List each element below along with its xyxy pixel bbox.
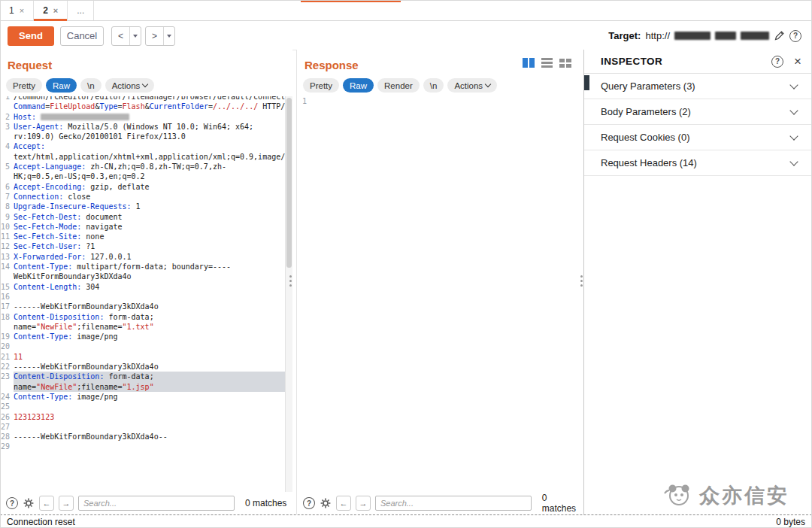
- code-line[interactable]: 18Content-Disposition: form-data; name="…: [0, 312, 285, 332]
- request-tab-n[interactable]: \n: [80, 78, 102, 93]
- line-content: Content-Type: multipart/form-data; bound…: [14, 262, 285, 282]
- line-number: 11: [0, 232, 14, 241]
- search-help-icon[interactable]: ?: [6, 497, 18, 509]
- search-input[interactable]: [375, 496, 532, 511]
- response-editor[interactable]: 1: [297, 96, 583, 492]
- code-line[interactable]: 3User-Agent: Mozilla/5.0 (Windows NT 10.…: [0, 122, 285, 142]
- code-line[interactable]: 26123123123: [0, 412, 285, 422]
- cancel-button[interactable]: Cancel: [60, 26, 104, 46]
- code-line[interactable]: 12Sec-Fetch-User: ?1: [0, 241, 285, 251]
- code-line[interactable]: 11Sec-Fetch-Site: none: [0, 232, 285, 241]
- code-line[interactable]: 13X-Forwarded-For: 127.0.0.1: [0, 252, 285, 262]
- code-line[interactable]: 9Sec-Fetch-Dest: document: [0, 212, 285, 222]
- line-content: Upgrade-Insecure-Requests: 1: [14, 202, 285, 211]
- forward-button[interactable]: >: [145, 26, 175, 46]
- code-line[interactable]: 22------WebKitFormBoundary3kDXda4o: [0, 362, 285, 372]
- code-line[interactable]: 24Content-Type: image/png: [0, 392, 285, 402]
- search-settings-icon[interactable]: [320, 497, 332, 509]
- search-input[interactable]: [78, 496, 235, 511]
- code-line[interactable]: 14Content-Type: multipart/form-data; bou…: [0, 262, 285, 282]
- code-line[interactable]: 8Upgrade-Insecure-Requests: 1: [0, 202, 285, 211]
- search-prev-button[interactable]: ←: [39, 496, 54, 511]
- code-line[interactable]: 16: [0, 292, 285, 302]
- back-arrow: <: [112, 27, 129, 45]
- panel-splitter[interactable]: [580, 275, 583, 287]
- inspector-section-request-cookies-0[interactable]: Request Cookies (0): [584, 125, 812, 150]
- line-content: X-Forwarded-For: 127.0.0.1: [14, 252, 285, 262]
- columns-layout-icon[interactable]: [523, 58, 535, 68]
- request-tab-label: Actions: [112, 81, 141, 90]
- help-icon[interactable]: ?: [789, 30, 801, 42]
- rows-layout-icon[interactable]: [541, 58, 553, 68]
- response-tab-label: Actions: [454, 81, 483, 90]
- response-tab-n[interactable]: \n: [423, 78, 444, 93]
- line-content: Sec-Fetch-Mode: navigate: [14, 222, 285, 232]
- forward-history-dropdown[interactable]: [163, 27, 174, 45]
- code-line[interactable]: 6Accept-Encoding: gzip, deflate: [0, 182, 285, 192]
- search-prev-button[interactable]: ←: [336, 496, 351, 511]
- search-next-button[interactable]: →: [59, 496, 74, 511]
- code-line[interactable]: 29: [0, 442, 285, 451]
- inspector-help-icon[interactable]: ?: [771, 56, 783, 68]
- request-editor[interactable]: 1/common/FCKeditor/editor/filemanager/br…: [0, 96, 285, 492]
- code-line[interactable]: 2Host:: [0, 112, 285, 122]
- code-line[interactable]: 15Content-Length: 304: [0, 282, 285, 292]
- code-line[interactable]: 28------WebKitFormBoundary3kDXda4o--: [0, 432, 285, 442]
- line-content: Accept-Encoding: gzip, deflate: [14, 182, 285, 192]
- close-icon[interactable]: ×: [20, 6, 24, 15]
- target-label: Target:: [608, 30, 641, 41]
- inspector-section-query-parameters-3[interactable]: Query Parameters (3): [584, 74, 812, 99]
- request-tab-raw[interactable]: Raw: [46, 78, 77, 93]
- code-line[interactable]: 25: [0, 402, 285, 411]
- back-history-dropdown[interactable]: [129, 27, 141, 45]
- close-icon[interactable]: ×: [53, 6, 58, 15]
- line-number: 20: [0, 341, 14, 351]
- line-number: 7: [0, 192, 14, 202]
- line-content: Host:: [14, 112, 285, 122]
- code-line[interactable]: 19Content-Type: image/png: [0, 332, 285, 341]
- code-line[interactable]: 27: [0, 422, 285, 432]
- search-help-icon[interactable]: ?: [303, 497, 315, 509]
- code-line[interactable]: 7Connection: close: [0, 192, 285, 202]
- line-number: 25: [0, 402, 14, 411]
- response-tab-pretty[interactable]: Pretty: [303, 78, 339, 93]
- code-line[interactable]: 2111: [0, 352, 285, 362]
- search-settings-icon[interactable]: [23, 497, 35, 509]
- line-number: 9: [0, 212, 14, 222]
- edit-target-icon[interactable]: [774, 30, 785, 41]
- response-tab-label: \n: [430, 81, 438, 90]
- code-line[interactable]: 10Sec-Fetch-Mode: navigate: [0, 222, 285, 232]
- grid-layout-icon[interactable]: [559, 59, 571, 68]
- panel-splitter[interactable]: [289, 275, 292, 287]
- line-content: ------WebKitFormBoundary3kDXda4o: [14, 302, 285, 311]
- inspector-section-body-parameters-2[interactable]: Body Parameters (2): [584, 99, 812, 125]
- search-next-button[interactable]: →: [356, 496, 371, 511]
- line-content: Sec-Fetch-User: ?1: [14, 241, 285, 251]
- repeater-tab-more[interactable]: ...: [68, 0, 94, 20]
- scrollbar-thumb[interactable]: [286, 98, 292, 268]
- code-line[interactable]: 4Accept: text/html,application/xhtml+xml…: [0, 141, 285, 162]
- response-tab-actions[interactable]: Actions: [447, 78, 497, 93]
- send-button[interactable]: Send: [8, 26, 54, 46]
- code-line[interactable]: 17------WebKitFormBoundary3kDXda4o: [0, 302, 285, 311]
- request-tab-pretty[interactable]: Pretty: [6, 78, 42, 93]
- code-line[interactable]: 23Content-Disposition: form-data; name="…: [0, 372, 285, 392]
- code-line[interactable]: 5Accept-Language: zh-CN,zh;q=0.8,zh-TW;q…: [0, 162, 285, 182]
- repeater-tab-1[interactable]: 1 ×: [0, 0, 34, 20]
- request-scrollbar[interactable]: [285, 96, 292, 492]
- code-line[interactable]: 1: [297, 96, 583, 106]
- inspector-close-icon[interactable]: ×: [794, 54, 801, 69]
- repeater-tab-2[interactable]: 2 ×: [34, 0, 68, 20]
- line-number: 12: [0, 241, 14, 251]
- inspector-section-request-headers-14[interactable]: Request Headers (14): [584, 150, 812, 176]
- back-button[interactable]: <: [111, 26, 141, 46]
- response-tab-render[interactable]: Render: [377, 78, 420, 93]
- code-line[interactable]: 1/common/FCKeditor/editor/filemanager/br…: [0, 96, 285, 112]
- redacted-target-text: [741, 32, 769, 40]
- inspector-collapse-handle[interactable]: [584, 75, 589, 90]
- response-tab-raw[interactable]: Raw: [343, 78, 374, 93]
- chevron-down-icon: [789, 157, 798, 165]
- response-tab-label: Render: [384, 81, 413, 90]
- code-line[interactable]: 20: [0, 341, 285, 351]
- request-tab-actions[interactable]: Actions: [105, 78, 155, 93]
